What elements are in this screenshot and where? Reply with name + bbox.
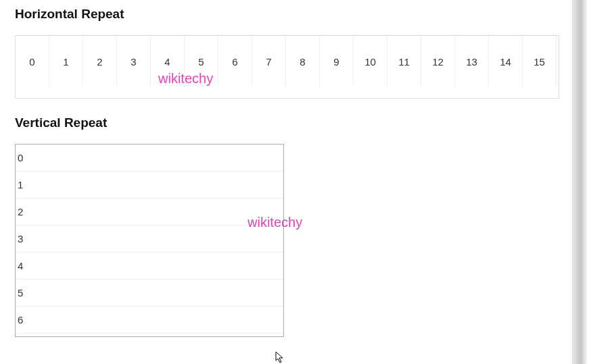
vertical-item: 3 [16, 226, 283, 253]
vertical-item: 6 [16, 307, 283, 334]
heading-vertical-repeat: Vertical Repeat [15, 115, 572, 130]
horizontal-item: 8 [286, 36, 320, 88]
vertical-item: 4 [16, 253, 283, 280]
horizontal-item: 9 [320, 36, 354, 88]
horizontal-item: 5 [185, 36, 218, 88]
horizontal-item: 12 [421, 36, 455, 88]
horizontal-item: 0 [16, 36, 49, 88]
vertical-item: 5 [16, 280, 283, 307]
vertical-item: 2 [16, 199, 283, 226]
horizontal-item: 2 [83, 36, 117, 88]
horizontal-item: 1 [49, 36, 83, 88]
vertical-item: 7 [16, 334, 283, 337]
page-right-shadow [572, 0, 587, 364]
vertical-repeat-container[interactable]: 0123456789101112131415161718192021222324… [15, 144, 284, 337]
horizontal-item: 6 [218, 36, 252, 88]
horizontal-item: 11 [387, 36, 421, 88]
horizontal-repeat-container[interactable]: 0123456789101112131415161718192021222324… [15, 35, 559, 99]
vertical-item: 0 [16, 145, 283, 172]
horizontal-item: 4 [151, 36, 185, 88]
horizontal-item: 16 [557, 36, 559, 88]
horizontal-item: 10 [354, 36, 387, 88]
horizontal-item: 14 [489, 36, 523, 88]
vertical-item: 1 [16, 172, 283, 199]
horizontal-item: 3 [117, 36, 151, 88]
page-horizontal-scroll[interactable]: Horizontal Repeat 0123456789101112131415… [0, 0, 572, 357]
content-wrap: Horizontal Repeat 0123456789101112131415… [0, 7, 572, 337]
horizontal-item: 13 [455, 36, 489, 88]
horizontal-item: 15 [523, 36, 557, 88]
horizontal-item: 7 [252, 36, 286, 88]
heading-horizontal-repeat: Horizontal Repeat [15, 7, 572, 22]
